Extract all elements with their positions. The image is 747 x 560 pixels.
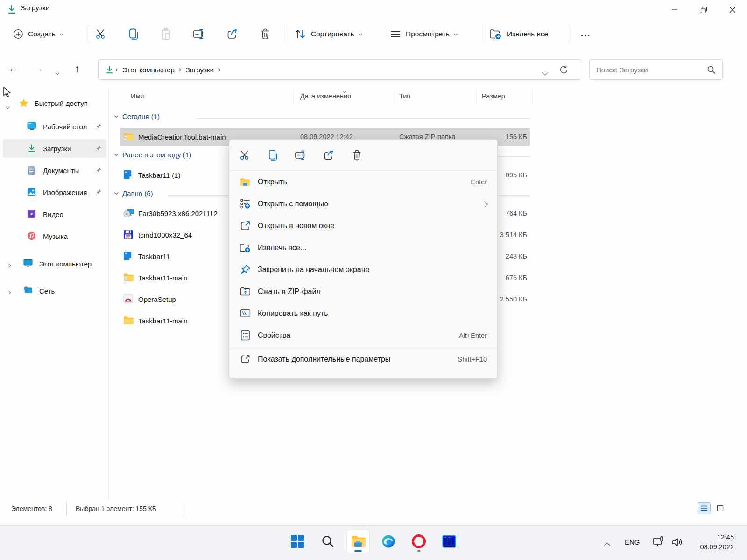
search-taskbar-button[interactable] [317,530,339,553]
status-items-count: Элементов: 8 [11,505,52,512]
sidebar-item-network[interactable]: Сеть [3,281,106,300]
new-button[interactable]: Создать [13,24,63,44]
context-menu-item-extract-all[interactable]: Извлечь все... [229,237,497,259]
app-icon [123,251,134,261]
delete-icon[interactable] [351,149,363,161]
mouse-cursor [3,87,12,99]
context-menu: Открыть Enter Открыть с помощью Открыть … [229,139,498,379]
file-explorer-taskbar-button[interactable] [347,530,369,553]
cut-icon[interactable] [239,149,251,161]
back-button[interactable]: ← [8,63,19,75]
context-menu-item-open[interactable]: Открыть Enter [229,171,497,193]
context-menu-quick-actions [229,140,497,170]
context-menu-item-properties[interactable]: Свойства Alt+Enter [229,324,497,346]
toolbar-divider [569,25,569,43]
rename-button[interactable] [189,24,209,44]
sidebar-item-documents[interactable]: Документы [3,161,106,180]
setup-disc-icon [123,208,134,218]
cut-button[interactable] [91,24,111,44]
downloads-icon [27,144,36,153]
toolbar-divider [284,25,284,43]
delete-button[interactable] [255,24,275,44]
up-button[interactable]: ↑ [75,63,80,75]
forward-button[interactable]: → [34,63,44,75]
refresh-button[interactable] [559,65,569,75]
rename-icon[interactable] [295,149,307,161]
group-collapse-icon [114,152,118,156]
group-header-earlier[interactable]: Ранее в этом году (1) [115,151,191,159]
window-title: Загрузки [21,4,49,12]
address-dropdown-button[interactable] [543,68,547,77]
search-input[interactable] [590,66,707,74]
minimize-button[interactable] [660,0,689,20]
folder-icon [123,315,134,325]
volume-tray-icon[interactable] [671,537,684,548]
language-indicator[interactable]: ENG [625,538,640,546]
edge-taskbar-button[interactable] [377,530,400,553]
sort-button[interactable]: Сортировать [294,24,362,44]
zip-folder-icon [123,273,134,282]
share-icon[interactable] [323,149,335,161]
sidebar-item-desktop[interactable]: Рабочий стол [3,117,106,136]
search-icon[interactable] [707,65,716,74]
group-header-long-ago[interactable]: Давно (6) [115,189,153,197]
clock-time: 12:45 [700,532,734,542]
tray-expand-chevron[interactable] [605,541,609,549]
address-bar[interactable]: › Этот компьютер › Загрузки › [98,59,581,80]
far-manager-taskbar-button[interactable] [438,530,460,553]
start-button[interactable] [286,530,309,553]
group-collapse-icon [114,114,118,118]
running-indicator [417,550,421,552]
context-menu-item-open-new-window[interactable]: Открыть в новом окне [229,215,497,237]
column-header-name[interactable]: Имя [131,92,144,100]
quick-access-collapse-chevron[interactable] [7,102,9,110]
copy-path-icon [240,308,251,319]
context-menu-item-compress-zip[interactable]: Сжать в ZIP-файл [229,280,497,302]
pictures-icon [27,188,36,197]
context-menu-item-open-with[interactable]: Открыть с помощью [229,193,497,215]
large-icons-view-button[interactable] [713,502,726,514]
star-icon [19,98,29,108]
context-menu-item-show-more-options[interactable]: Показать дополнительные параметры Shift+… [229,348,497,370]
restore-button[interactable] [689,0,718,20]
submenu-chevron-icon [483,200,487,208]
details-view-button[interactable] [698,502,711,514]
opera-taskbar-button[interactable] [408,530,430,553]
paste-button[interactable] [156,24,176,44]
context-menu-item-copy-as-path[interactable]: Копировать как путь [229,302,497,324]
open-new-window-icon [240,220,251,231]
sidebar-item-music[interactable]: Музыка [3,227,106,245]
running-indicator [354,550,362,552]
view-button[interactable]: Просмотреть [390,24,457,44]
recent-locations-button[interactable] [56,68,59,76]
context-menu-item-pin-to-start[interactable]: Закрепить на начальном экране [229,259,497,280]
more-options-button[interactable]: … [577,23,594,43]
downloads-icon [7,4,17,14]
extract-icon [240,242,251,253]
column-header-size[interactable]: Размер [482,92,505,100]
copy-icon[interactable] [267,149,279,161]
sidebar-item-this-pc[interactable]: Этот компьютер [3,254,106,273]
document-icon [27,166,36,175]
sidebar-divider [108,90,109,499]
share-button[interactable] [222,24,243,44]
chevron-down-icon [454,31,458,35]
sidebar-item-videos[interactable]: Видео [3,205,106,224]
status-selection: Выбран 1 элемент: 155 КБ [76,505,156,512]
opera-setup-icon [123,294,134,304]
sidebar-quick-access[interactable]: Быстрый доступ [19,98,88,108]
extract-all-button[interactable]: Извлечь все [489,24,548,44]
taskbar-clock[interactable]: 12:45 08.09.2022 [700,532,734,552]
sidebar-item-pictures[interactable]: Изображения [3,183,106,202]
copy-button[interactable] [123,24,144,44]
breadcrumb-downloads[interactable]: Загрузки [183,66,217,74]
column-header-type[interactable]: Тип [399,92,410,100]
breadcrumb-this-pc[interactable]: Этот компьютер [120,66,177,74]
group-header-today[interactable]: Сегодня (1) [115,112,160,120]
network-tray-icon[interactable] [653,536,666,548]
close-button[interactable] [718,0,747,20]
edge-icon [381,534,395,548]
computer-icon [23,259,33,268]
sidebar-item-downloads[interactable]: Загрузки [3,139,106,158]
desktop-icon [27,122,36,131]
